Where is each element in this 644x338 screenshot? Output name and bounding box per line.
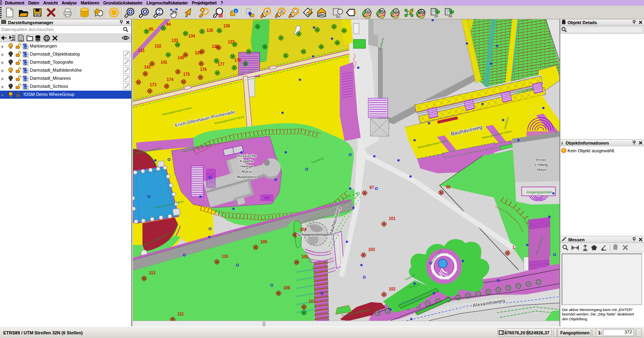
svg-text:#: #	[266, 10, 268, 14]
svg-text:#: #	[367, 9, 369, 13]
svg-text:Nr.: Nr.	[380, 9, 384, 13]
svg-text:177: 177	[218, 62, 225, 66]
svg-text:136: 136	[223, 24, 230, 28]
svg-text:175: 175	[183, 72, 190, 77]
svg-text:134: 134	[188, 34, 195, 38]
svg-text:111: 111	[178, 312, 184, 316]
svg-text:Schwanentempel: Schwanentempel	[297, 232, 330, 237]
svg-text:105: 105	[301, 255, 308, 259]
svg-text:133: 133	[171, 38, 178, 43]
svg-text:110: 110	[222, 254, 229, 259]
svg-text:94: 94	[166, 22, 171, 27]
svg-text:141: 141	[161, 60, 167, 64]
svg-text:137: 137	[228, 40, 235, 44]
svg-text:108: 108	[283, 286, 290, 290]
svg-text:174: 174	[167, 77, 173, 82]
svg-text:97: 97	[369, 185, 374, 190]
svg-text:Magdalena: Magdalena	[237, 174, 257, 179]
svg-text:102: 102	[389, 287, 396, 291]
svg-text:Maria: Maria	[242, 169, 252, 174]
svg-text:140: 140	[178, 56, 184, 60]
svg-text:Heilige: Heilige	[240, 164, 253, 168]
svg-text:176: 176	[200, 67, 207, 72]
svg-text:L×dwig-: L×dwig-	[535, 162, 549, 167]
svg-text:131: 131	[138, 48, 145, 53]
svg-text:142: 142	[144, 65, 151, 69]
svg-text:139: 139	[195, 51, 202, 55]
svg-text:!: !	[563, 148, 564, 153]
svg-text:⅄ingangsportal⅄: ⅄ingangsportal⅄	[526, 190, 553, 194]
svg-text:103: 103	[368, 247, 375, 252]
svg-text:Ernst-: Ernst-	[536, 158, 547, 162]
svg-text:Haus: Haus	[537, 167, 546, 172]
svg-text:Kapelle: Kapelle	[240, 159, 254, 163]
svg-text:Russische: Russische	[237, 153, 256, 158]
svg-text:abc: abc	[419, 10, 425, 14]
svg-text:113: 113	[149, 271, 156, 275]
svg-text:101: 101	[389, 216, 396, 221]
svg-text:104: 104	[300, 227, 307, 232]
svg-text:178: 178	[234, 58, 241, 62]
svg-text:135: 135	[206, 28, 213, 33]
svg-text:98: 98	[446, 185, 451, 189]
svg-text:173: 173	[150, 83, 157, 87]
svg-text:abc: abc	[318, 13, 325, 17]
svg-text:132: 132	[155, 44, 161, 48]
svg-text:109: 109	[260, 240, 267, 244]
svg-text:95: 95	[149, 27, 154, 31]
svg-text:1: 1	[512, 245, 515, 250]
svg-text:138: 138	[212, 44, 219, 49]
